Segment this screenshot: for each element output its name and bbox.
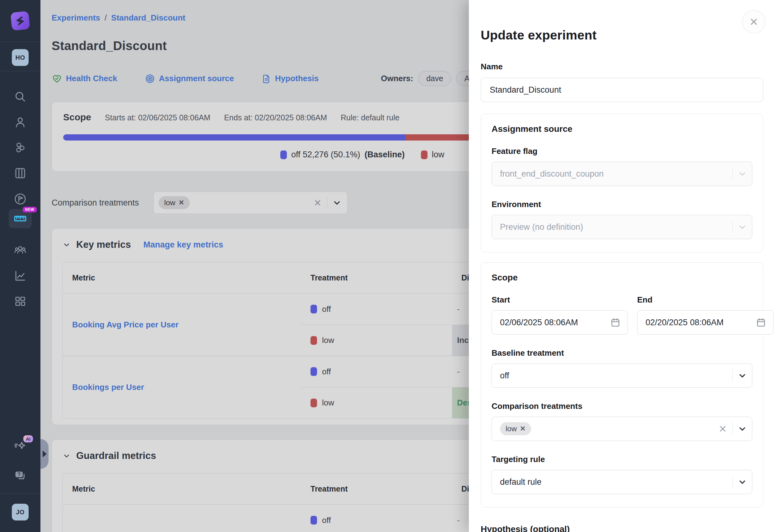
start-label: Start: [492, 295, 628, 305]
start-date-group: Start 02/06/2025 08:06AM: [492, 295, 628, 335]
owner-pill-dave[interactable]: dave: [418, 71, 451, 86]
metric-link[interactable]: Average Price per Booked Night: [72, 531, 195, 532]
guardrail-metrics-title: Guardrail metrics: [76, 450, 156, 461]
eppo-logo-icon: [10, 11, 30, 31]
assignment-source-card: Assignment source Feature flag front_end…: [481, 114, 763, 252]
end-label: End: [637, 295, 773, 305]
breadcrumb-separator: /: [104, 13, 107, 23]
off-color-swatch: [310, 516, 317, 525]
people-icon: [13, 243, 27, 257]
user-avatar[interactable]: JO: [0, 504, 40, 520]
close-icon: [749, 17, 759, 27]
sidebar-item-definitions[interactable]: [0, 167, 40, 180]
metric-link[interactable]: Bookings per User: [72, 382, 144, 392]
scope-rule: Rule: default rule: [341, 113, 400, 122]
clear-select-icon[interactable]: [718, 424, 727, 433]
low-color-swatch: [310, 399, 317, 407]
low-color-swatch: [310, 336, 317, 345]
hexagons-icon: [14, 141, 27, 154]
end-date-group: End 02/20/2025 08:06AM: [637, 295, 773, 335]
legend-item-low: low: [421, 150, 445, 160]
sidebar-expand-handle[interactable]: [40, 439, 49, 469]
collapse-chevron-icon[interactable]: [63, 241, 71, 249]
chevron-down-icon: [738, 222, 747, 232]
assignment-source-heading: Assignment source: [492, 124, 752, 134]
chevron-down-icon: [738, 477, 747, 487]
breadcrumb-current-link[interactable]: Standard_Discount: [111, 13, 185, 23]
scope-starts-at: Starts at: 02/06/2025 08:06AM: [105, 113, 210, 122]
sidebar-item-teams[interactable]: [0, 243, 40, 257]
arrow-right-icon: [43, 451, 47, 457]
comparison-treatments-select[interactable]: low ✕: [492, 417, 752, 441]
sidebar-item-dashboards[interactable]: [0, 295, 40, 308]
sidebar-item-analytics[interactable]: [0, 269, 40, 282]
sidebar-item-ai-assistant[interactable]: AI: [0, 439, 40, 453]
document-icon: [261, 74, 271, 84]
targeting-rule-select[interactable]: default rule: [492, 470, 752, 494]
clear-select-icon[interactable]: [313, 198, 322, 207]
columns-icon: [14, 167, 27, 180]
scope-card-title: Scope: [63, 112, 91, 123]
manage-key-metrics-link[interactable]: Manage key metrics: [143, 240, 223, 250]
scope-ends-at: Ends at: 02/20/2025 08:06AM: [224, 113, 327, 122]
remove-pill-icon[interactable]: ✕: [179, 199, 184, 207]
new-badge: NEW: [23, 207, 37, 212]
sidebar-item-feature-flags[interactable]: [0, 192, 40, 206]
sidebar-item-experiments-active[interactable]: NEW: [0, 209, 40, 228]
hypothesis-link[interactable]: Hypothesis: [261, 74, 318, 84]
scope-heading: Scope: [492, 273, 752, 283]
end-date-input[interactable]: 02/20/2025 08:06AM: [637, 310, 773, 335]
sidebar-divider: [0, 42, 40, 42]
help-chat-icon: ?: [13, 469, 27, 483]
close-drawer-button[interactable]: [742, 10, 766, 34]
sidebar-divider: [0, 71, 40, 71]
comparison-treatments-select[interactable]: low ✕: [153, 192, 347, 214]
health-check-link[interactable]: Health Check: [52, 73, 117, 84]
off-color-swatch: [310, 367, 317, 376]
metric-link[interactable]: Booking Avg Price per User: [72, 320, 179, 330]
comparison-treatments-label: Comparison treatments: [52, 198, 139, 208]
chevron-down-icon[interactable]: [332, 198, 341, 207]
legend-item-off: off 52,276 (50.1%) (Baseline): [280, 150, 405, 160]
low-color-swatch: [421, 150, 428, 159]
treatment-pill-low[interactable]: low ✕: [500, 422, 531, 435]
treatment-pill-low[interactable]: low ✕: [159, 196, 190, 209]
flag-circle-icon: [13, 192, 27, 206]
owners-label: Owners:: [381, 74, 413, 83]
start-date-input[interactable]: 02/06/2025 08:06AM: [492, 310, 628, 335]
app: HO: [0, 0, 775, 532]
chevron-down-icon: [738, 169, 747, 178]
chevron-down-icon[interactable]: [738, 424, 747, 433]
name-label: Name: [481, 62, 763, 72]
assignment-source-link[interactable]: Assignment source: [145, 73, 234, 84]
ruler-icon: [13, 211, 27, 226]
sidebar-item-help[interactable]: ?: [0, 469, 40, 483]
dashboard-grid-icon: [14, 295, 27, 308]
baseline-treatment-select[interactable]: off: [492, 363, 752, 388]
chevron-down-icon: [738, 371, 747, 380]
hypothesis-label: Hypothesis (optional): [481, 524, 763, 532]
ai-badge: AI: [23, 435, 33, 442]
sidebar-item-search[interactable]: [0, 90, 40, 103]
workspace-badge: HO: [12, 49, 29, 66]
environment-select[interactable]: Preview (no definition): [492, 215, 752, 239]
person-icon: [14, 116, 27, 129]
target-icon: [145, 73, 155, 84]
sidebar-item-users[interactable]: [0, 116, 40, 129]
app-logo[interactable]: [0, 12, 40, 30]
comparison-treatments-label: Comparison treatments: [492, 401, 752, 411]
collapse-chevron-icon[interactable]: [63, 452, 71, 460]
update-experiment-drawer: Update experiment Name Assignment source…: [469, 0, 775, 532]
sidebar: HO: [0, 0, 40, 532]
name-input[interactable]: [481, 78, 763, 102]
feature-flag-select[interactable]: front_end_discount_coupon: [492, 162, 752, 186]
workspace-switcher[interactable]: HO: [0, 49, 40, 66]
off-color-swatch: [310, 305, 317, 313]
user-badge: JO: [12, 504, 29, 520]
feature-flag-label: Feature flag: [492, 146, 752, 156]
remove-pill-icon[interactable]: ✕: [520, 425, 526, 433]
breadcrumb-experiments-link[interactable]: Experiments: [52, 13, 100, 23]
heart-check-icon: [52, 73, 62, 84]
key-metrics-title: Key metrics: [76, 239, 131, 250]
sidebar-item-entities[interactable]: [0, 141, 40, 154]
